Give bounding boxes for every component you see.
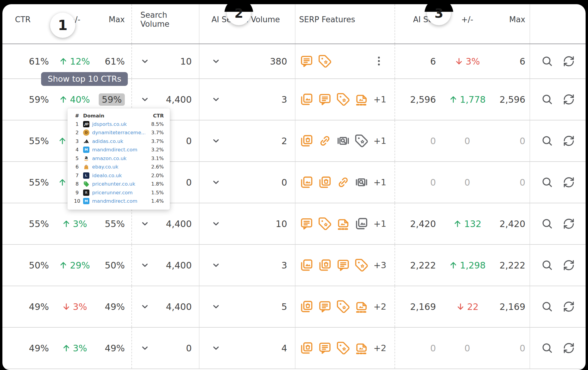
chevron-down-icon[interactable] xyxy=(212,302,220,311)
chevron-down-icon[interactable] xyxy=(212,136,220,145)
refresh-icon[interactable] xyxy=(563,342,575,354)
ctr-change: 29% xyxy=(59,260,90,271)
ctr-max-cell: 49% xyxy=(97,328,131,368)
popup-domain-text[interactable]: dynamiteterraceme... xyxy=(92,130,145,135)
serp-feature-product-tag-icon[interactable] xyxy=(355,258,368,272)
popup-domain-text[interactable]: mandmdirect.com xyxy=(92,147,137,153)
chevron-down-icon[interactable] xyxy=(140,57,149,66)
popup-domain-text[interactable]: amazon.co.uk xyxy=(92,156,127,161)
column-header-ctr-max[interactable]: Max xyxy=(97,4,131,44)
serp-feature-reviews-icon[interactable] xyxy=(318,300,332,314)
serp-feature-reviews-icon[interactable] xyxy=(318,341,332,355)
serp-features-more[interactable]: +1 xyxy=(373,177,386,187)
serp-feature-image-pack-icon[interactable] xyxy=(300,175,314,189)
serp-feature-product-tag-icon[interactable] xyxy=(336,92,350,106)
popup-domain-link[interactable]: pricehunter.co.uk xyxy=(83,181,145,187)
popup-domain-text[interactable]: ebay.co.uk xyxy=(92,164,118,170)
serp-features-more[interactable]: +2 xyxy=(373,302,386,312)
chevron-down-icon[interactable] xyxy=(140,344,149,353)
serp-feature-product-tag-icon[interactable] xyxy=(336,341,350,355)
search-icon[interactable] xyxy=(541,342,553,354)
popup-domain-link[interactable]: ebay.co.uk xyxy=(83,164,145,170)
serp-features-more[interactable]: +1 xyxy=(373,219,386,229)
search-icon[interactable] xyxy=(541,301,553,313)
ai-sov-change-cell: 1,778 xyxy=(440,79,495,120)
chevron-down-icon[interactable] xyxy=(212,178,220,187)
refresh-icon[interactable] xyxy=(563,135,575,147)
serp-feature-thumbnail-icon[interactable] xyxy=(355,300,368,314)
serp-feature-product-tag-icon[interactable] xyxy=(355,134,368,148)
serp-feature-sitelinks-icon[interactable] xyxy=(336,175,350,189)
serp-feature-thumbnail-icon[interactable] xyxy=(336,217,350,231)
serp-feature-image-pack-icon[interactable] xyxy=(300,258,314,272)
serp-feature-shopping-pack-icon[interactable] xyxy=(318,175,332,189)
ctr-max-value-highlighted[interactable]: 59% xyxy=(99,93,125,106)
serp-feature-product-tag-icon[interactable] xyxy=(318,54,332,68)
chevron-down-icon[interactable] xyxy=(140,302,149,311)
popup-domain-text[interactable]: pricerunner.com xyxy=(92,190,133,196)
chevron-down-icon[interactable] xyxy=(212,261,220,270)
column-header-serp-features[interactable]: SERP Features xyxy=(295,4,394,44)
chevron-down-icon[interactable] xyxy=(212,95,220,104)
popup-domain-text[interactable]: idealo.co.uk xyxy=(92,173,122,178)
serp-feature-shopping-pack-icon[interactable] xyxy=(300,341,314,355)
serp-features-more[interactable]: +1 xyxy=(373,94,386,105)
popup-domain-link[interactable]: i.idealo.co.uk xyxy=(83,172,145,179)
chevron-down-icon[interactable] xyxy=(212,344,220,353)
popup-domain-link[interactable]: JDjdsports.co.uk xyxy=(83,121,145,127)
column-header-ai-sov-max[interactable]: Max xyxy=(495,4,530,44)
popup-domain-text[interactable]: adidas.co.uk xyxy=(92,138,123,144)
search-icon[interactable] xyxy=(541,135,553,147)
serp-feature-image-search-icon[interactable] xyxy=(336,134,350,148)
refresh-icon[interactable] xyxy=(563,93,575,105)
serp-feature-reviews-icon[interactable] xyxy=(336,258,350,272)
serp-feature-product-tag-icon[interactable] xyxy=(336,300,350,314)
popup-domain-link[interactable]: adidas.co.uk xyxy=(83,138,145,144)
serp-feature-shopping-pack-icon[interactable] xyxy=(318,258,332,272)
column-header-search-volume[interactable]: Search Volume xyxy=(131,4,199,44)
chevron-down-icon[interactable] xyxy=(140,219,149,228)
serp-feature-image-pack-icon[interactable] xyxy=(355,217,368,231)
kebab-menu-icon[interactable] xyxy=(373,55,385,67)
search-icon[interactable] xyxy=(541,93,553,105)
serp-feature-shopping-pack-icon[interactable] xyxy=(300,300,314,314)
popup-domain-link[interactable]: Ddynamiteterraceme... xyxy=(83,129,145,136)
serp-feature-image-search-icon[interactable] xyxy=(355,175,368,189)
serp-features-more[interactable]: +2 xyxy=(373,343,386,353)
refresh-icon[interactable] xyxy=(563,218,575,230)
serp-feature-thumbnail-icon[interactable] xyxy=(355,341,368,355)
popup-domain-link[interactable]: Mmandmdirect.com xyxy=(83,147,145,153)
ctr-max-value: 49% xyxy=(105,343,125,353)
refresh-icon[interactable] xyxy=(563,259,575,271)
serp-feature-sitelinks-icon[interactable] xyxy=(318,134,332,148)
chevron-down-icon[interactable] xyxy=(140,95,149,104)
serp-features-more[interactable]: +3 xyxy=(373,260,386,270)
chevron-down-icon[interactable] xyxy=(212,219,220,228)
serp-feature-image-pack-icon[interactable] xyxy=(300,92,314,106)
refresh-icon[interactable] xyxy=(563,176,575,188)
search-icon[interactable] xyxy=(541,218,553,230)
serp-feature-product-tag-icon[interactable] xyxy=(318,217,332,231)
serp-features-more[interactable]: +1 xyxy=(373,136,386,146)
refresh-icon[interactable] xyxy=(563,55,575,67)
serp-features-cell: +2 xyxy=(295,328,394,368)
search-icon[interactable] xyxy=(541,176,553,188)
serp-feature-reviews-icon[interactable] xyxy=(300,54,314,68)
popup-domain-text[interactable]: jdsports.co.uk xyxy=(92,121,127,127)
column-header-ctr[interactable]: CTR xyxy=(2,4,52,44)
search-icon[interactable] xyxy=(541,55,553,67)
serp-feature-thumbnail-icon[interactable] xyxy=(355,92,368,106)
refresh-icon[interactable] xyxy=(563,301,575,313)
domain-favicon: JD xyxy=(83,121,89,127)
popup-domain-text[interactable]: pricehunter.co.uk xyxy=(92,181,135,187)
chevron-down-icon[interactable] xyxy=(212,57,220,66)
serp-feature-shopping-pack-icon[interactable] xyxy=(300,134,314,148)
serp-feature-reviews-icon[interactable] xyxy=(318,92,332,106)
chevron-down-icon[interactable] xyxy=(140,261,149,270)
popup-domain-text[interactable]: mandmdirect.com xyxy=(92,198,137,204)
popup-domain-link[interactable]: Mmandmdirect.com xyxy=(83,198,145,204)
search-icon[interactable] xyxy=(541,259,553,271)
serp-feature-reviews-icon[interactable] xyxy=(300,217,314,231)
popup-domain-link[interactable]: Rpricerunner.com xyxy=(83,190,145,196)
popup-domain-link[interactable]: aamazon.co.uk xyxy=(83,155,145,162)
